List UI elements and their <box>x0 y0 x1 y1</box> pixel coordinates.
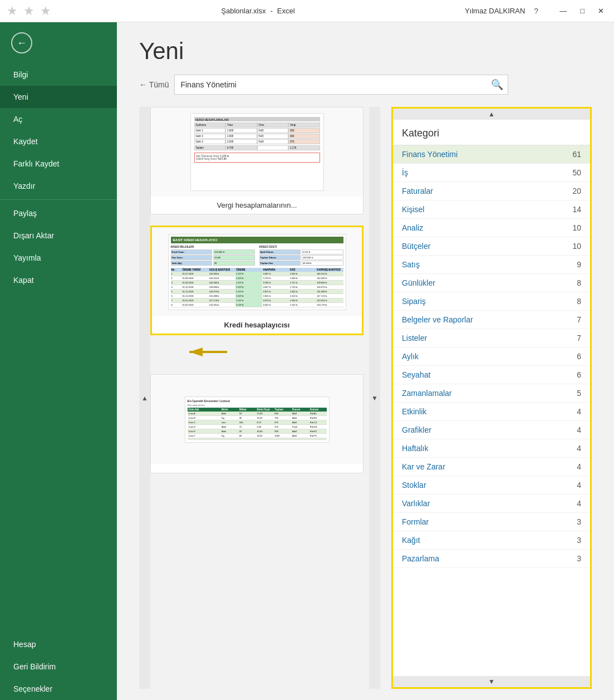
category-item-1[interactable]: İş50 <box>393 164 590 182</box>
category-item-14[interactable]: Etkinlik4 <box>393 403 590 421</box>
category-item-0[interactable]: Finans Yönetimi61 <box>393 145 590 164</box>
category-name: Aylık <box>402 352 419 361</box>
category-name: Etkinlik <box>402 407 426 416</box>
maximize-button[interactable]: □ <box>577 6 588 16</box>
category-item-17[interactable]: Kar ve Zarar4 <box>393 458 590 476</box>
templates-scroll-down[interactable]: ▼ <box>369 107 380 689</box>
sidebar-item-yeni[interactable]: Yeni <box>0 86 117 108</box>
category-item-9[interactable]: Belgeler ve Raporlar7 <box>393 311 590 329</box>
category-name: Günlükler <box>402 278 435 287</box>
category-item-12[interactable]: Seyahat6 <box>393 366 590 384</box>
category-count: 3 <box>577 554 581 563</box>
category-name: Haftalık <box>402 444 428 453</box>
sidebar-item-hesap[interactable]: Hesap <box>0 633 117 655</box>
sidebar-item-yazdir[interactable]: Yazdır <box>0 175 117 197</box>
minimize-button[interactable]: — <box>556 6 570 16</box>
category-item-5[interactable]: Bütçeler10 <box>393 237 590 256</box>
sidebar-item-paylas[interactable]: Paylaş <box>0 202 117 224</box>
search-input[interactable] <box>175 80 487 89</box>
category-item-3[interactable]: Kişisel14 <box>393 200 590 219</box>
category-item-16[interactable]: Haftalık4 <box>393 439 590 458</box>
category-scroll-down[interactable]: ▼ <box>393 676 590 687</box>
back-icon: ← <box>17 37 27 49</box>
category-item-18[interactable]: Stoklar4 <box>393 476 590 495</box>
template-label-tax: Vergi hesaplamalarının... <box>151 197 363 214</box>
category-item-20[interactable]: Formlar3 <box>393 513 590 531</box>
category-name: Varlıklar <box>402 499 430 508</box>
category-count: 6 <box>577 352 581 361</box>
category-name: Stoklar <box>402 481 426 489</box>
category-name: Pazarlama <box>402 554 439 563</box>
category-name: İş <box>402 168 408 177</box>
arrow-annotation <box>150 341 364 363</box>
nav-divider-1 <box>0 199 117 200</box>
category-name: Faturalar <box>402 187 433 195</box>
sidebar-item-secenekler[interactable]: Seçenekler <box>0 678 117 700</box>
category-count: 50 <box>572 168 581 177</box>
category-name: Formlar <box>402 517 429 526</box>
template-thumb-tax: VERGİ HESAPLAMALARI Açıklama Tutar Oran … <box>151 107 363 197</box>
category-name: Seyahat <box>402 370 430 379</box>
sidebar-item-ac[interactable]: Aç <box>0 108 117 130</box>
sidebar-item-disari-aktar[interactable]: Dışarı Aktar <box>0 224 117 247</box>
sidebar-nav: Bilgi Yeni Aç Kaydet Farklı Kaydet Yazdı… <box>0 63 117 700</box>
category-panel-header: Kategori <box>393 120 590 145</box>
category-item-19[interactable]: Varlıklar4 <box>393 495 590 513</box>
category-item-7[interactable]: Günlükler8 <box>393 274 590 292</box>
category-name: Bütçeler <box>402 242 430 251</box>
main-content: Yeni ← Tümü 🔍 ▲ <box>117 22 614 700</box>
category-scroll-up[interactable]: ▲ <box>393 109 590 120</box>
category-count: 4 <box>577 444 581 453</box>
sidebar-item-yayimla[interactable]: Yayımla <box>0 247 117 269</box>
app-body: ← Bilgi Yeni Aç Kaydet Farklı Kaydet Yaz… <box>0 22 614 700</box>
template-card-credit[interactable]: BASİT KREDİ HESAPLAYICI KREDİ BİLGİLERİ … <box>150 226 364 335</box>
category-name: Finans Yönetimi <box>402 150 458 159</box>
template-label-list <box>151 464 363 473</box>
search-button[interactable]: 🔍 <box>487 75 508 95</box>
back-to-all[interactable]: ← Tümü <box>139 80 169 89</box>
category-item-6[interactable]: Satış9 <box>393 256 590 274</box>
close-button[interactable]: ✕ <box>595 6 607 16</box>
app-name: Excel <box>277 7 295 15</box>
category-item-21[interactable]: Kağıt3 <box>393 531 590 550</box>
sidebar-item-kaydet[interactable]: Kaydet <box>0 130 117 153</box>
category-count: 14 <box>572 205 581 214</box>
category-name: Zamanlamalar <box>402 389 451 398</box>
template-card-tax[interactable]: VERGİ HESAPLAMALARI Açıklama Tutar Oran … <box>150 107 364 214</box>
category-name: Analiz <box>402 223 423 232</box>
category-item-11[interactable]: Aylık6 <box>393 347 590 366</box>
category-list: Finans Yönetimi61İş50Faturalar20Kişisel1… <box>393 145 590 676</box>
category-item-13[interactable]: Zamanlamalar5 <box>393 384 590 403</box>
sidebar-item-kapat[interactable]: Kapat <box>0 269 117 291</box>
category-name: Listeler <box>402 334 427 342</box>
category-count: 5 <box>577 389 581 398</box>
category-count: 8 <box>577 297 581 306</box>
filename-label: Şablonlar.xlsx <box>221 7 266 15</box>
separator: - <box>271 7 273 15</box>
back-button[interactable]: ← <box>11 32 32 53</box>
category-count: 10 <box>572 242 581 251</box>
sidebar-item-bilgi[interactable]: Bilgi <box>0 63 117 86</box>
help-button[interactable]: ? <box>534 7 538 16</box>
template-label-credit: Kredi hesaplayıcısı <box>152 316 362 334</box>
templates-scroll-up[interactable]: ▲ <box>139 107 150 689</box>
category-item-8[interactable]: Sipariş8 <box>393 292 590 311</box>
category-item-2[interactable]: Faturalar20 <box>393 182 590 200</box>
search-bar: ← Tümü 🔍 <box>139 75 592 95</box>
sidebar-item-farkli-kaydet[interactable]: Farklı Kaydet <box>0 153 117 175</box>
page-title: Yeni <box>139 38 592 65</box>
category-panel: ▲ Kategori Finans Yönetimi61İş50Faturala… <box>391 107 592 689</box>
category-item-10[interactable]: Listeler7 <box>393 329 590 347</box>
category-item-22[interactable]: Pazarlama3 <box>393 550 590 568</box>
template-thumb-list: En İşaretli Envanter Listesi Stok takip … <box>151 375 363 464</box>
sidebar-item-geri-bildirim[interactable]: Geri Bildirim <box>0 655 117 678</box>
category-count: 9 <box>577 260 581 269</box>
template-card-list[interactable]: En İşaretli Envanter Listesi Stok takip … <box>150 374 364 473</box>
category-name: Sipariş <box>402 297 426 306</box>
category-count: 3 <box>577 517 581 526</box>
category-item-4[interactable]: Analiz10 <box>393 219 590 237</box>
category-count: 7 <box>577 315 581 324</box>
category-item-15[interactable]: Grafikler4 <box>393 421 590 439</box>
category-name: Kişisel <box>402 205 424 214</box>
user-name: Yılmaz DALKIRAN <box>465 7 525 15</box>
